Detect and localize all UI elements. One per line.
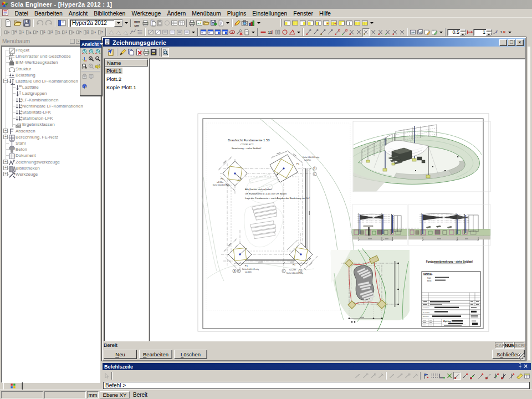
axonometry-1-button[interactable]: [81, 48, 88, 55]
save-project-button[interactable]: [22, 19, 32, 28]
cad-14-button[interactable]: [398, 28, 406, 37]
image-copy-button[interactable]: [416, 28, 423, 37]
line-style-button[interactable]: [259, 28, 267, 37]
tree-item[interactable]: Beton: [8, 146, 27, 152]
scale-red-button[interactable]: [466, 28, 473, 37]
show-moments-button[interactable]: a: [47, 28, 54, 37]
view-y-button[interactable]: [115, 28, 122, 37]
line-mode-1-button[interactable]: [354, 372, 361, 380]
tree-item[interactable]: Stahlbeton-LFK: [15, 115, 53, 121]
coord-table-button[interactable]: [523, 372, 531, 380]
undo-button[interactable]: [35, 19, 44, 28]
layout-5-button[interactable]: [314, 18, 322, 27]
layout-4-button[interactable]: [306, 18, 314, 27]
cad-3-button[interactable]: [319, 28, 326, 37]
befehlszeile-title-bar[interactable]: Befehlszeile: [103, 363, 531, 370]
new-window-1-button[interactable]: [200, 28, 207, 37]
layout-7-button[interactable]: [330, 18, 337, 27]
copy-plot-button[interactable]: [127, 48, 135, 57]
show-model-data-button[interactable]: a: [90, 28, 97, 37]
tree-item[interactable]: Nichtlineare LF-Kombinationen: [15, 103, 83, 109]
redo-button[interactable]: [44, 19, 54, 28]
bearbeiten-button[interactable]: Bearbeiten: [139, 350, 172, 359]
menu-bibliotheken[interactable]: Bibliotheken: [91, 9, 129, 17]
loeschen-button[interactable]: Löschen: [174, 350, 207, 359]
toolbar-more-dropdown[interactable]: [255, 19, 262, 27]
picture-gallery-button[interactable]: [196, 19, 203, 28]
document-button[interactable]: [188, 19, 196, 28]
measure-ruler-button[interactable]: [515, 372, 523, 380]
tree-expander-expand[interactable]: +: [3, 166, 8, 170]
show-misc-button[interactable]: 5: [97, 28, 104, 37]
snap-int-button[interactable]: [500, 372, 508, 380]
menu-bearbeiten[interactable]: Bearbeiten: [32, 9, 66, 17]
storey-down-button[interactable]: [88, 73, 94, 79]
cad-8-button[interactable]: [355, 28, 362, 37]
resize-grip[interactable]: [518, 353, 525, 360]
polar-4-button[interactable]: [411, 372, 419, 380]
tree-item[interactable]: Ergebnisklassen: [15, 121, 55, 127]
table-editor-button[interactable]: [178, 19, 185, 28]
show-supports-button[interactable]: a: [25, 28, 32, 37]
snap-box-button[interactable]: [469, 372, 477, 380]
cad-6-button[interactable]: [341, 28, 348, 37]
command-input[interactable]: Befehl >: [103, 382, 530, 389]
show-member-labels-button[interactable]: 1: [18, 28, 25, 37]
toolbar-more-dropdown[interactable]: [438, 28, 444, 37]
close-all-button[interactable]: [228, 28, 236, 37]
menu-plugins[interactable]: Plugins: [224, 9, 249, 17]
dim-unit-button[interactable]: 1.B: [499, 28, 507, 37]
axonometry-3-button[interactable]: [94, 48, 101, 55]
polar-1-button[interactable]: [388, 372, 396, 380]
render-2-button[interactable]: [154, 28, 161, 37]
tree-item[interactable]: Lastfälle und LF-Kombinationen: [8, 78, 78, 84]
cad-5-button[interactable]: [334, 28, 341, 37]
neu-button[interactable]: Neu: [104, 350, 137, 359]
line-mode-2-button[interactable]: [361, 372, 369, 380]
plot-list-item[interactable]: Plott.2: [105, 76, 122, 83]
layout-3-button[interactable]: [299, 18, 306, 27]
wire-1-button[interactable]: [129, 28, 136, 37]
tree-item[interactable]: BIM-Werkzeugkasten: [8, 59, 58, 65]
screenshot-marker-button[interactable]: [234, 19, 241, 28]
line-mode-4-button[interactable]: [377, 372, 385, 380]
snap-flag-button[interactable]: [422, 372, 430, 380]
layout-6-button[interactable]: [322, 18, 330, 27]
new-document-button[interactable]: [3, 19, 13, 28]
snap-grid-button[interactable]: [430, 372, 438, 380]
menu-einstellungen[interactable]: Einstellungen: [249, 9, 290, 17]
open-project-button[interactable]: [13, 19, 22, 28]
plot-list-header[interactable]: Name: [105, 59, 148, 66]
ansicht-palette-title[interactable]: Ansicht: [80, 40, 101, 48]
toolbar-more-dropdown[interactable]: [224, 19, 231, 27]
axonometry-2-button[interactable]: [88, 48, 94, 55]
cad-4-button[interactable]: [326, 28, 334, 37]
scale-spinner[interactable]: 0.5: [447, 29, 466, 36]
cad-7-button[interactable]: [348, 28, 355, 37]
image-save-button[interactable]: [409, 28, 416, 37]
toolbar-more-dropdown[interactable]: [123, 19, 129, 27]
toolbar-more-dropdown[interactable]: [369, 19, 375, 27]
project-combo[interactable]: Hyper2a 2012: [70, 19, 123, 27]
tree-item[interactable]: Lastfälle: [15, 84, 39, 90]
new-window-3-button[interactable]: [214, 28, 221, 37]
show-loads-button[interactable]: 5: [32, 28, 39, 37]
menu-datei[interactable]: Datei: [12, 9, 32, 17]
cad-11-button[interactable]: [377, 28, 384, 37]
storey-up-button[interactable]: [81, 73, 88, 79]
annotate-1-button[interactable]: [423, 28, 431, 37]
render-6-button[interactable]: [183, 28, 190, 37]
snap-point-button[interactable]: [453, 372, 461, 380]
menu-werkzeuge[interactable]: Werkzeuge: [129, 9, 164, 17]
tree-item[interactable]: Linienraster und Geschosse: [8, 53, 71, 59]
menu-fenster[interactable]: Fenster: [290, 9, 316, 17]
minimize-button[interactable]: _: [499, 39, 507, 46]
toolbar-more-dropdown[interactable]: [250, 28, 256, 37]
delete-tools-button[interactable]: [236, 28, 243, 37]
line-weight-button[interactable]: 11: [267, 28, 274, 37]
layout-11-button[interactable]: [361, 18, 369, 27]
zeichnungsgalerie-title-bar[interactable]: Zeichnungsgalerie _ □ ✕: [103, 38, 525, 47]
plot-list-item[interactable]: Kopie Plott.1: [105, 84, 137, 91]
tree-item[interactable]: Projekt: [8, 47, 29, 53]
cad-13-button[interactable]: [391, 28, 398, 37]
